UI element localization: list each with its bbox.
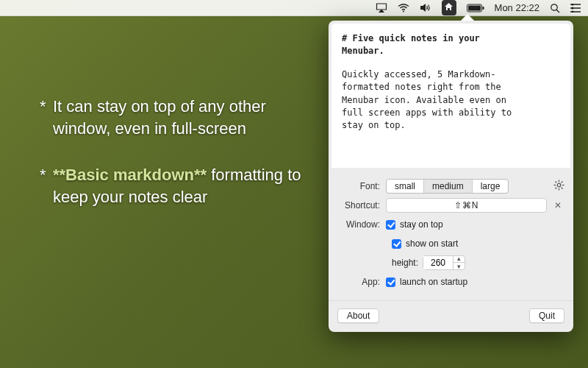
stepper-up-icon[interactable]: ▴ (453, 255, 465, 263)
svg-line-5 (556, 10, 559, 13)
menubar-clock[interactable]: Mon 22:22 (495, 0, 539, 15)
marketing-text: **Basic markdown** formatting to keep yo… (53, 164, 319, 208)
launch-on-startup-checkbox[interactable]: launch on startup (386, 277, 467, 287)
note-line: formatted notes right from the (342, 82, 501, 92)
note-body: Quickly accessed, 5 Markdown- formatted … (342, 68, 560, 132)
notification-center-icon[interactable] (570, 0, 581, 15)
height-label: height: (392, 258, 418, 268)
bullet-star: * (40, 164, 53, 208)
shortcut-row: Shortcut: ⇧⌘N ✕ (337, 196, 564, 215)
menubar: Mon 22:22 (0, 0, 588, 16)
stepper-buttons[interactable]: ▴ ▾ (453, 255, 465, 270)
svg-line-17 (556, 182, 557, 183)
marketing-bullet: * It can stay on top of any other window… (40, 96, 319, 139)
stay-on-top-checkbox[interactable]: stay on top (386, 219, 443, 230)
show-on-start-checkbox[interactable]: show on start (392, 238, 458, 249)
airplay-icon[interactable] (376, 0, 387, 15)
svg-point-10 (572, 7, 574, 9)
checkbox-label: launch on startup (400, 277, 467, 287)
marketing-bullet: * **Basic markdown** formatting to keep … (40, 164, 319, 208)
svg-rect-3 (468, 5, 481, 10)
shortcut-label: Shortcut: (337, 200, 386, 210)
checkbox-checked-icon (386, 277, 395, 287)
app-row: App: launch on startup (337, 272, 564, 291)
font-medium-option[interactable]: medium (424, 180, 473, 193)
notes-popover: # Five quick notes in your Menubar. Quic… (329, 21, 573, 332)
svg-point-12 (557, 183, 561, 187)
note-line: Menubar icon. Available even on (342, 95, 506, 105)
note-textarea[interactable]: # Five quick notes in your Menubar. Quic… (331, 24, 570, 168)
about-button[interactable]: About (337, 308, 379, 323)
volume-icon[interactable] (420, 0, 431, 15)
bullet-star: * (40, 96, 53, 139)
stepper-down-icon[interactable]: ▾ (453, 263, 465, 270)
height-stepper[interactable]: ▴ ▾ (423, 255, 465, 270)
app-menubar-icon[interactable] (442, 0, 456, 15)
clear-shortcut-button[interactable]: ✕ (551, 200, 564, 210)
svg-line-20 (556, 188, 557, 189)
quit-button[interactable]: Quit (529, 308, 564, 323)
marketing-bold: **Basic markdown** (53, 166, 207, 184)
app-label: App: (337, 277, 386, 287)
note-heading: # Five quick notes in your Menubar. (342, 32, 560, 58)
note-line: stay on top. (342, 120, 406, 130)
svg-point-11 (572, 10, 574, 13)
svg-line-18 (562, 188, 563, 189)
spotlight-icon[interactable] (550, 0, 560, 15)
svg-point-0 (403, 10, 404, 12)
checkbox-checked-icon (386, 220, 395, 230)
font-small-option[interactable]: small (387, 180, 424, 193)
checkbox-label: show on start (406, 238, 458, 249)
font-row: Font: small medium large (337, 177, 564, 196)
battery-icon[interactable] (467, 0, 484, 15)
note-line: Quickly accessed, 5 Markdown- (342, 69, 496, 79)
svg-point-4 (551, 4, 557, 10)
show-on-start-row: show on start (337, 234, 564, 253)
note-line: full screen apps with ability to (342, 107, 512, 118)
gear-icon[interactable] (553, 180, 564, 193)
window-row: Window: stay on top (337, 215, 564, 234)
popover-footer: About Quit (329, 300, 573, 332)
font-large-option[interactable]: large (473, 180, 509, 193)
font-label: Font: (337, 181, 386, 191)
shortcut-field[interactable]: ⇧⌘N (386, 198, 547, 213)
note-line: Menubar. (342, 46, 384, 56)
svg-point-9 (572, 4, 574, 6)
window-label: Window: (337, 219, 386, 230)
marketing-copy: * It can stay on top of any other window… (40, 96, 319, 233)
font-segmented-control[interactable]: small medium large (386, 179, 509, 194)
svg-line-19 (562, 182, 563, 183)
marketing-text: It can stay on top of any other window, … (53, 96, 319, 139)
settings-panel: Font: small medium large Shortcut: ⇧⌘N ✕… (329, 171, 573, 294)
svg-rect-2 (482, 7, 484, 10)
checkbox-label: stay on top (400, 219, 443, 230)
checkbox-checked-icon (392, 239, 401, 249)
height-row: height: ▴ ▾ (337, 253, 564, 272)
wifi-icon[interactable] (398, 0, 409, 15)
note-line: # Five quick notes in your (342, 33, 480, 43)
height-input[interactable] (423, 256, 453, 269)
